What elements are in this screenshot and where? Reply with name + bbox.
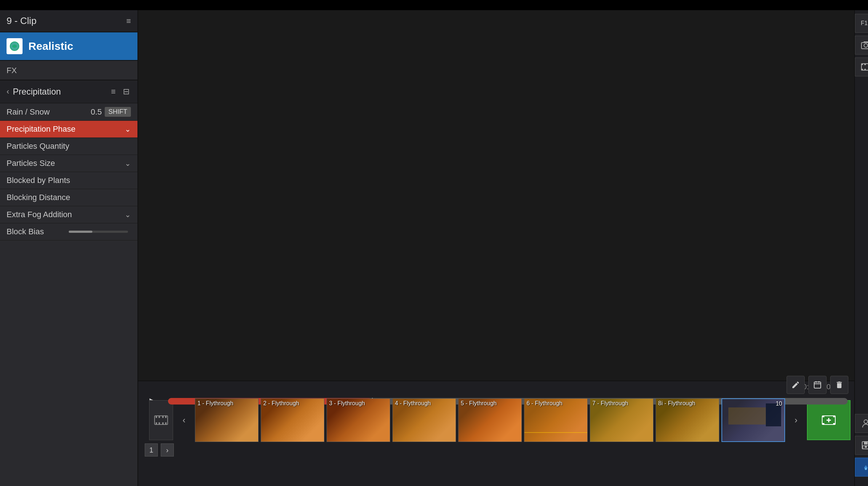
particles-quantity-row[interactable]: Particles Quantity (0, 138, 137, 155)
filmstrip-toolbar-icon (861, 62, 868, 72)
svg-rect-37 (865, 446, 867, 448)
extra-fog-addition-row[interactable]: Extra Fog Addition ⌄ (0, 206, 137, 223)
rain-snow-value: 0.5 (91, 107, 102, 117)
person-button[interactable] (855, 414, 868, 433)
precipitation-panel: ‹ Precipitation ≡ ⊟ Rain / Snow 0.5 SHIF… (0, 80, 137, 486)
clip-thumb-2[interactable]: 2 - Flythrough (261, 398, 324, 442)
clips-edit-buttons (142, 419, 143, 421)
clip-9-interior (728, 407, 766, 424)
clip-4-label: 4 - Flythrough (395, 400, 431, 407)
shift-badge: SHIFT (105, 107, 131, 117)
rain-snow-row[interactable]: Rain / Snow 0.5 SHIFT (0, 103, 137, 121)
svg-rect-21 (833, 423, 835, 425)
back-arrow-icon[interactable]: ‹ (7, 87, 9, 96)
save-button-toolbar[interactable] (855, 436, 868, 455)
trash-icon (835, 381, 844, 389)
camera-button[interactable] (855, 36, 868, 55)
hamburger-icon[interactable]: ≡ (126, 16, 131, 26)
camera-icon (861, 40, 868, 50)
page-next-button[interactable]: › (161, 443, 174, 457)
calendar-icon (813, 381, 822, 389)
precipitation-phase-label: Precipitation Phase (7, 124, 122, 134)
svg-rect-32 (864, 69, 866, 70)
f11-button[interactable]: F11 (855, 14, 868, 33)
right-toolbar: F11 (854, 10, 868, 486)
svg-point-33 (864, 420, 868, 423)
add-clip-icon (821, 412, 837, 428)
svg-rect-29 (861, 69, 863, 70)
settings-button-toolbar[interactable] (855, 458, 868, 477)
block-bias-row[interactable]: Block Bias (0, 223, 137, 240)
svg-rect-16 (162, 422, 164, 425)
timeline-area: 0:01s1/0:10s0 ▶ (138, 381, 854, 486)
fx-tab-label: FX (7, 66, 17, 75)
clip-3-label: 3 - Flythrough (329, 400, 365, 407)
clips-next-button[interactable]: › (788, 412, 804, 428)
realistic-label: Realistic (28, 40, 73, 52)
clip-header: 9 - Clip ≡ (0, 10, 137, 32)
filmstrip-main-icon[interactable] (149, 400, 173, 440)
particles-size-dropdown-icon[interactable]: ⌄ (125, 159, 131, 168)
blocking-distance-row[interactable]: Blocking Distance (0, 189, 137, 206)
clip-thumb-3[interactable]: 3 - Flythrough (327, 398, 390, 442)
clips-scroll-area: 1 - Flythrough 2 - Flythrough 3 - Flythr… (195, 398, 785, 442)
svg-rect-9 (156, 416, 157, 418)
precipitation-menu-icon[interactable]: ≡ (109, 85, 117, 98)
next-arrow-icon: › (795, 415, 797, 425)
svg-rect-24 (861, 43, 868, 49)
extra-fog-addition-label: Extra Fog Addition (7, 210, 122, 219)
save-icon (861, 441, 868, 450)
clip-6-timeline (524, 432, 587, 433)
block-bias-label: Block Bias (7, 227, 66, 236)
realistic-bar[interactable]: Realistic (0, 32, 137, 61)
precipitation-delete-icon[interactable]: ⊟ (121, 85, 131, 98)
add-clip-button[interactable] (807, 400, 851, 440)
svg-rect-14 (162, 416, 164, 418)
person-icon (861, 419, 868, 428)
clip-5-label: 5 - Flythrough (461, 400, 497, 407)
svg-rect-11 (165, 416, 167, 418)
precipitation-title: Precipitation (13, 87, 61, 97)
clip-9-bg (722, 399, 784, 441)
page-controls: 1 › (138, 441, 854, 459)
clip-thumb-5[interactable]: 5 - Flythrough (458, 398, 522, 442)
clip-2-label: 2 - Flythrough (263, 400, 299, 407)
svg-rect-4 (814, 382, 821, 388)
page-1-button[interactable]: 1 (145, 443, 158, 457)
blocking-distance-label: Blocking Distance (7, 193, 131, 202)
particles-size-label: Particles Size (7, 159, 122, 168)
top-bar (0, 0, 868, 10)
precipitation-phase-row[interactable]: Precipitation Phase ⌄ (0, 121, 137, 138)
clips-prev-button[interactable]: ‹ (176, 412, 192, 428)
clip-thumb-1[interactable]: 1 - Flythrough (195, 398, 259, 442)
rain-snow-label: Rain / Snow (7, 107, 91, 117)
svg-rect-13 (159, 416, 160, 418)
clip-thumb-8[interactable]: 8i - Flythrough (656, 398, 719, 442)
page-1-label: 1 (149, 446, 153, 454)
clip-thumb-9[interactable]: 10 (721, 398, 785, 442)
block-bias-slider[interactable] (69, 231, 128, 233)
filmstrip-icon (154, 413, 168, 427)
svg-rect-19 (822, 423, 824, 425)
particles-quantity-label: Particles Quantity (7, 142, 131, 151)
settings-icon (861, 462, 868, 472)
svg-point-38 (865, 468, 867, 470)
svg-rect-27 (861, 64, 863, 65)
clip-9-number: 10 (776, 401, 782, 407)
svg-rect-18 (822, 416, 824, 417)
fx-tab[interactable]: FX (0, 61, 137, 80)
blocked-by-plants-row[interactable]: Blocked by Plants (0, 172, 137, 189)
filmstrip-toolbar-button[interactable] (855, 57, 868, 76)
clip-thumb-6[interactable]: 6 - Flythrough (524, 398, 588, 442)
page-next-icon: › (166, 446, 169, 454)
pencil-icon (791, 381, 800, 389)
clip-thumb-7[interactable]: 7 - Flythrough (590, 398, 653, 442)
svg-rect-15 (159, 422, 160, 425)
particles-size-row[interactable]: Particles Size ⌄ (0, 155, 137, 172)
precipitation-phase-dropdown-icon[interactable]: ⌄ (125, 125, 131, 134)
f11-label: F11 (861, 20, 868, 27)
clip-thumb-4[interactable]: 4 - Flythrough (392, 398, 456, 442)
clip-1-label: 1 - Flythrough (197, 400, 233, 407)
extra-fog-addition-dropdown-icon[interactable]: ⌄ (125, 210, 131, 219)
center-area: FX FX 0:01s1/0:10s0 (138, 10, 854, 486)
